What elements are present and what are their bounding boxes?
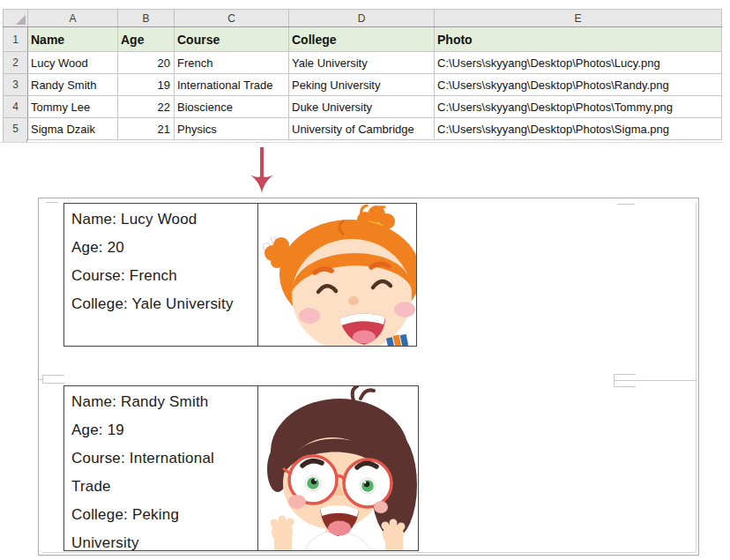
cell-d5[interactable]: University of Cambridge: [289, 118, 435, 140]
cell-d1[interactable]: College: [289, 27, 435, 52]
cell-a1[interactable]: Name: [28, 27, 118, 52]
margin-bracket: [42, 375, 64, 384]
cell-e3[interactable]: C:\Users\skyyang\Desktop\Photos\Randy.pn…: [435, 74, 722, 96]
student-card-lucy[interactable]: Name: Lucy Wood Age: 20 Course: French C…: [63, 203, 417, 347]
row-header-4[interactable]: 4: [4, 96, 28, 118]
row-header-5[interactable]: 5: [4, 118, 28, 140]
margin-mark: [617, 204, 635, 205]
column-header-b[interactable]: B: [118, 10, 175, 27]
card-line: College: Peking: [71, 501, 254, 529]
cell-d2[interactable]: Yale University: [289, 52, 435, 74]
cell-b3[interactable]: 19: [118, 74, 175, 96]
row-header-stub: [3, 139, 27, 142]
student-card-text-cell[interactable]: Name: Lucy Wood Age: 20 Course: French C…: [64, 204, 258, 346]
cell-a5[interactable]: Sigma Dzaik: [28, 118, 118, 140]
column-header-e[interactable]: E: [435, 10, 722, 27]
boy-right-hand: [382, 519, 406, 551]
cell-c1[interactable]: Course: [175, 27, 289, 52]
margin-line: [39, 379, 42, 380]
row-header-2[interactable]: 2: [4, 52, 28, 74]
card-line: Age: 19: [71, 416, 254, 444]
boy-left-hand: [271, 516, 294, 551]
cell-b4[interactable]: 22: [118, 96, 175, 118]
cell-e5[interactable]: C:\Users\skyyang\Desktop\Photos\Sigma.pn…: [435, 118, 722, 140]
cell-c3[interactable]: International Trade: [175, 74, 289, 96]
row-header-3[interactable]: 3: [4, 74, 28, 96]
cell-c5[interactable]: Physics: [175, 118, 289, 140]
cell-a3[interactable]: Randy Smith: [28, 74, 118, 96]
margin-line: [614, 380, 697, 381]
student-card-randy[interactable]: Name: Randy Smith Age: 19 Course: Intern…: [63, 385, 419, 551]
column-header-a[interactable]: A: [28, 10, 118, 27]
card-line: Name: Lucy Wood: [71, 205, 254, 234]
cell-a2[interactable]: Lucy Wood: [28, 52, 118, 74]
card-line: College: Yale University: [71, 290, 254, 318]
column-header-d[interactable]: D: [289, 10, 435, 27]
cell-e2[interactable]: C:\Users\skyyang\Desktop\Photos\Lucy.png: [435, 52, 722, 74]
table-row: 3 Randy Smith 19 International Trade Pek…: [4, 74, 722, 96]
cell-a4[interactable]: Tommy Lee: [28, 96, 118, 118]
spreadsheet-grid: A B C D E 1 Name Age Course College Phot…: [3, 9, 722, 140]
page-edge-line: [42, 552, 696, 553]
girl-cartoon-illustration: olk: [258, 204, 416, 346]
spreadsheet: A B C D E 1 Name Age Course College Phot…: [3, 9, 722, 140]
table-row: 5 Sigma Dzaik 21 Physics University of C…: [4, 118, 722, 140]
cell-c4[interactable]: Bioscience: [175, 96, 289, 118]
cell-e4[interactable]: C:\Users\skyyang\Desktop\Photos\Tommy.pn…: [435, 96, 722, 118]
cell-c2[interactable]: French: [175, 52, 289, 74]
student-card-text-cell[interactable]: Name: Randy Smith Age: 19 Course: Intern…: [64, 386, 258, 550]
cell-b2[interactable]: 20: [118, 52, 175, 74]
cell-d3[interactable]: Peking University: [289, 74, 435, 96]
card-line: Course: French: [71, 262, 254, 290]
row-header-1[interactable]: 1: [4, 27, 28, 52]
table-row: 2 Lucy Wood 20 French Yale University C:…: [4, 52, 722, 74]
column-header-c[interactable]: C: [175, 10, 289, 27]
select-all-triangle-icon: [16, 15, 26, 25]
boy-cartoon-illustration: [258, 386, 418, 550]
table-row: 4 Tommy Lee 22 Bioscience Duke Universit…: [4, 96, 722, 118]
cell-e1[interactable]: Photo: [435, 27, 722, 52]
cell-b5[interactable]: 21: [118, 118, 175, 140]
card-line: Name: Randy Smith: [71, 388, 254, 416]
down-arrow-shape: [250, 147, 273, 193]
card-line: Course: International: [71, 444, 254, 473]
document-page[interactable]: Name: Lucy Wood Age: 20 Course: French C…: [38, 198, 699, 556]
card-line: Age: 20: [71, 234, 254, 262]
cell-d4[interactable]: Duke University: [289, 96, 435, 118]
page-edge-line: [696, 202, 696, 552]
gridline-below-sheet: [0, 142, 723, 143]
margin-mark: [46, 202, 58, 203]
down-arrow-icon: [249, 147, 275, 193]
select-all-cell[interactable]: [4, 10, 28, 27]
cell-b1[interactable]: Age: [118, 27, 175, 52]
student-photo-boy[interactable]: [258, 386, 418, 550]
student-photo-girl[interactable]: olk: [258, 204, 416, 346]
card-line: Trade: [71, 473, 254, 501]
card-line: University: [71, 529, 254, 550]
